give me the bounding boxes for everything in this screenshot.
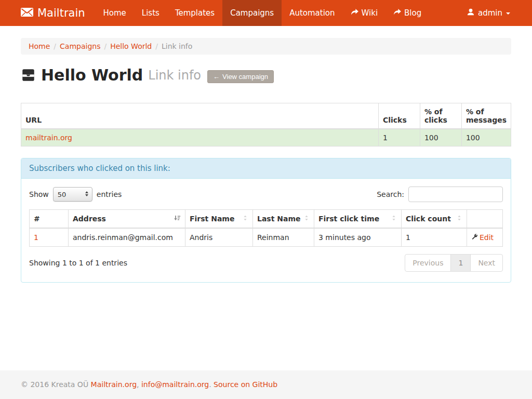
subscribers-table: # Address First Name Last Name — [29, 209, 503, 247]
page-size-select[interactable]: 50 — [53, 187, 92, 202]
url-column-header: URL — [21, 103, 379, 129]
entries-label: entries — [97, 190, 122, 198]
breadcrumb-hello-world[interactable]: Hello World — [110, 42, 152, 50]
breadcrumb-campaigns[interactable]: Campaigns — [60, 42, 100, 50]
view-campaign-button[interactable]: ← View campaign — [207, 70, 274, 83]
pagination-page-1-button[interactable]: 1 — [450, 254, 471, 272]
subscriber-row: 1 andris.reinman@gmail.com Andris Reinma… — [30, 228, 503, 247]
breadcrumb-separator: / — [54, 42, 56, 50]
sort-both-icon — [303, 215, 310, 223]
envelope-icon — [21, 7, 33, 19]
page-subtitle: Link info — [148, 68, 201, 83]
first-name-column-header[interactable]: First Name — [185, 210, 253, 229]
index-column-header[interactable]: # — [30, 210, 69, 229]
footer-separator: , — [137, 380, 141, 389]
github-source-link[interactable]: Source on GitHub — [214, 380, 277, 389]
page-header: Hello World Link info ← View campaign — [21, 66, 511, 84]
page-size-value: 50 — [58, 191, 66, 198]
brand-label: Mailtrain — [37, 7, 85, 19]
nav-item-templates[interactable]: Templates — [167, 0, 222, 26]
pct-clicks-value: 100 — [420, 129, 461, 147]
footer-separator: . — [209, 380, 214, 389]
pct-messages-value: 100 — [461, 129, 511, 147]
navbar: Mailtrain Home Lists Templates Campaigns… — [0, 0, 532, 26]
user-menu[interactable]: admin — [466, 0, 511, 26]
subscriber-address: andris.reinman@gmail.com — [69, 228, 185, 247]
nav-item-automation[interactable]: Automation — [282, 0, 342, 26]
address-column-header[interactable]: Address — [69, 210, 185, 229]
user-label: admin — [478, 8, 502, 18]
breadcrumb-home[interactable]: Home — [29, 42, 50, 50]
url-stats-table: URL Clicks % of clicks % of messages mai… — [21, 103, 511, 147]
breadcrumb: Home/Campaigns/Hello World/Link info — [21, 38, 511, 55]
panel-title: Subscribers who clicked on this link: — [21, 158, 511, 179]
last-name-column-header[interactable]: Last Name — [253, 210, 314, 229]
table-summary: Showing 1 to 1 of 1 entries — [29, 259, 127, 267]
url-link[interactable]: mailtrain.org — [25, 134, 72, 142]
breadcrumb-separator: / — [155, 42, 158, 50]
subscriber-first-click: 3 minutes ago — [314, 228, 402, 247]
url-table-row: mailtrain.org 1 100 100 — [21, 129, 511, 147]
search-label: Search: — [377, 190, 404, 198]
copyright-text: © 2016 Kreata OÜ — [21, 380, 88, 389]
subscribers-panel: Subscribers who clicked on this link: Sh… — [21, 158, 511, 283]
user-icon — [467, 8, 474, 18]
page-title: Hello World — [41, 66, 143, 84]
actions-column-header — [467, 210, 503, 229]
pagination-next-button[interactable]: Next — [470, 254, 503, 272]
arrow-left-icon: ← — [213, 73, 220, 81]
chevron-down-icon — [506, 12, 510, 15]
search-input[interactable] — [408, 187, 503, 202]
click-count-column-header[interactable]: Click count — [402, 210, 467, 229]
edit-subscriber-link[interactable]: Edit — [471, 233, 498, 242]
mailtrain-org-link[interactable]: Mailtrain.org — [91, 380, 137, 389]
subscriber-index-link[interactable]: 1 — [34, 233, 38, 242]
nav-item-campaigns[interactable]: Campaigns — [222, 0, 282, 26]
footer: © 2016 Kreata OÜ Mailtrain.org, info@mai… — [0, 370, 532, 399]
nav-item-wiki[interactable]: Wiki — [343, 0, 386, 26]
clicks-value: 1 — [378, 129, 420, 147]
first-click-column-header[interactable]: First click time — [314, 210, 402, 229]
pct-messages-column-header: % of messages — [461, 103, 511, 129]
inbox-icon — [21, 68, 36, 82]
breadcrumb-separator: / — [104, 42, 107, 50]
pagination-previous-button[interactable]: Previous — [405, 254, 451, 272]
pagination: Previous 1 Next — [405, 254, 503, 272]
share-icon — [351, 8, 358, 18]
breadcrumb-current: Link info — [162, 42, 192, 50]
sort-both-icon — [456, 215, 462, 223]
sort-asc-icon — [174, 215, 181, 223]
nav-item-home[interactable]: Home — [96, 0, 134, 26]
subscriber-last-name: Reinman — [253, 228, 314, 247]
pct-clicks-column-header: % of clicks — [420, 103, 461, 129]
show-label: Show — [29, 190, 49, 198]
nav-item-lists[interactable]: Lists — [134, 0, 167, 26]
select-arrows-icon — [85, 191, 88, 196]
sort-both-icon — [391, 215, 397, 223]
brand-logo[interactable]: Mailtrain — [21, 0, 96, 26]
subscriber-first-name: Andris — [185, 228, 253, 247]
sort-both-icon — [242, 215, 248, 223]
wrench-icon — [471, 233, 478, 242]
email-link[interactable]: info@mailtrain.org — [141, 380, 209, 389]
clicks-column-header: Clicks — [378, 103, 420, 129]
subscriber-click-count: 1 — [402, 228, 467, 247]
nav-item-blog[interactable]: Blog — [385, 0, 429, 26]
share-icon — [393, 8, 401, 18]
